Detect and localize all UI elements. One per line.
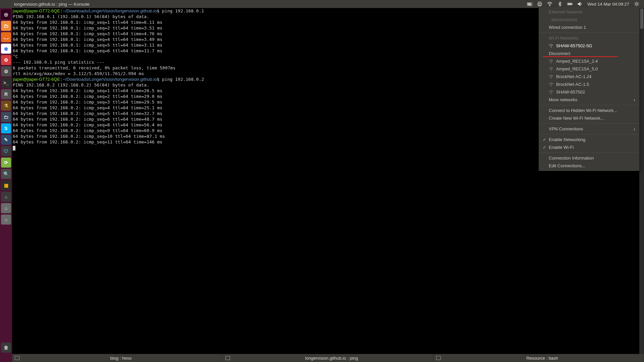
launcher-search[interactable]: 🔍 [1,169,11,179]
nm-enable-networking[interactable]: Enable Networking [539,136,639,143]
launcher-jenkins[interactable]: ⚙ [1,55,11,65]
nm-disconnect[interactable]: Disconnect [539,50,639,57]
launcher-editor[interactable]: ✎ [1,135,11,145]
system-tray: Wed 14 Mar 04:09:27 [527,1,644,7]
nm-wifi-network[interactable]: Amped_REC15A_2.4 [539,57,639,65]
svg-point-18 [551,93,551,94]
svg-point-14 [551,62,551,63]
launcher-lab[interactable]: ⚗ [1,101,11,111]
nm-wifi-network[interactable]: SHAW-657502 [539,88,639,96]
nm-wifi-connected-label: SHAW-657502-5G [556,43,592,48]
launcher-dash[interactable]: ◎ [1,9,11,19]
nm-separator [539,105,639,105]
cursor [13,146,15,150]
svg-rect-2 [529,3,530,4]
launcher-dolphin[interactable]: 🗀 [1,112,11,122]
nm-separator [539,134,639,134]
launcher-kate[interactable]: R [1,89,11,99]
wifi-signal-icon [549,59,553,64]
sound-icon[interactable] [577,1,583,7]
window-icon [436,356,441,360]
battery-icon[interactable] [567,1,573,7]
nm-vpn[interactable]: VPN Connections [539,125,639,133]
red-annotation-line [543,56,618,57]
launcher-chromium[interactable]: ◉ [1,44,11,54]
wifi-signal-icon [549,74,553,79]
launcher-files[interactable]: 🗀 [1,21,11,31]
nm-hidden[interactable]: Connect to Hidden Wi-Fi Network... [539,107,639,114]
svg-point-17 [551,85,551,86]
unity-launcher: ◎🗀🦊◉⚙⚙>_R⚗🗀S✎🛡⟳🔍▦⌂⌂⌂🗑 [0,8,12,362]
nm-separator [539,153,639,153]
launcher-device3[interactable]: ⌂ [1,215,11,225]
nm-wifi-network-label: Amped_REC15A_5.0 [556,66,598,71]
bluetooth-icon[interactable] [557,1,562,7]
window-title: longervision.github.io : ping — Konsole [0,2,90,7]
wifi-signal-icon [549,82,553,87]
nm-wifi-network[interactable]: Amped_REC15A_5.0 [539,65,639,73]
launcher-device2[interactable]: ⌂ [1,203,11,213]
svg-rect-11 [568,3,572,4]
nm-enable-wifi[interactable]: Enable Wi-Fi [539,143,639,151]
svg-point-16 [551,78,551,78]
launcher-trash[interactable]: 🗑 [1,343,11,353]
svg-rect-5 [538,3,542,5]
window-icon [225,356,230,360]
nm-separator [539,33,639,33]
scrollbar-thumb[interactable] [640,9,643,29]
launcher-shield[interactable]: 🛡 [1,146,11,156]
taskbar-task[interactable]: blog : hexo [12,354,223,362]
vertical-scrollbar[interactable] [639,8,644,354]
nm-wifi-network-label: BrockNet-AC-1.24 [556,74,591,79]
nm-conn-info[interactable]: Connection Information [539,154,639,162]
wifi-signal-icon [549,67,553,71]
wifi-icon[interactable] [547,1,552,7]
launcher-sync[interactable]: ⟳ [1,158,11,168]
taskbar-task-label: longervision.github.io : ping [233,356,430,361]
taskbar-task-label: blog : hexo [22,356,220,361]
launcher-skype[interactable]: S [1,123,11,133]
network-menu: Ethernet Network disconnected Wired conn… [539,7,639,171]
svg-point-12 [636,3,638,5]
taskbar-task-label: Resource : bash [443,356,641,361]
wifi-signal-icon [549,44,553,48]
printer-icon[interactable] [537,1,542,7]
svg-rect-1 [528,3,529,4]
taskbar-task[interactable]: Resource : bash [433,354,644,362]
nm-disconnect-label: Disconnect [549,51,570,56]
clock[interactable]: Wed 14 Mar 04:09:27 [587,2,629,7]
svg-rect-4 [528,4,531,5]
nm-more-networks[interactable]: More networks [539,96,639,104]
svg-rect-3 [530,3,531,4]
svg-point-13 [551,47,551,48]
launcher-firefox[interactable]: 🦊 [1,32,11,42]
nm-edit[interactable]: Edit Connections... [539,162,639,170]
launcher-terminal[interactable]: >_ [1,78,11,88]
gear-icon[interactable] [634,1,639,7]
nm-ethernet-header: Ethernet Network [539,8,639,16]
launcher-grid[interactable]: ▦ [1,180,11,190]
bottom-panel: blog : hexolongervision.github.io : ping… [12,354,644,362]
taskbar-task[interactable]: longervision.github.io : ping [223,354,433,362]
svg-rect-6 [538,2,541,3]
keyboard-icon[interactable] [527,1,532,7]
nm-wifi-network[interactable]: BrockNet-AC-1.5 [539,80,639,88]
nm-ethernet-status: disconnected [539,16,639,23]
launcher-settings[interactable]: ⚙ [1,66,11,76]
svg-point-8 [549,5,550,6]
nm-wifi-network-label: BrockNet-AC-1.5 [556,82,589,87]
launcher-device1[interactable]: ⌂ [1,192,11,202]
svg-rect-10 [572,3,573,4]
nm-wifi-network-label: Amped_REC15A_2.4 [556,59,598,64]
nm-wifi-connected[interactable]: SHAW-657502-5G [539,42,639,50]
nm-separator [539,123,639,124]
nm-wired[interactable]: Wired connection 1 [539,23,639,31]
nm-create[interactable]: Create New Wi-Fi Network... [539,114,639,122]
wifi-signal-icon [549,90,553,95]
svg-point-15 [551,70,551,71]
window-icon [15,356,19,360]
nm-wifi-network-label: SHAW-657502 [556,89,585,95]
nm-wifi-network[interactable]: BrockNet-AC-1.24 [539,73,639,80]
nm-wifi-header: Wi-Fi Networks [539,34,639,42]
